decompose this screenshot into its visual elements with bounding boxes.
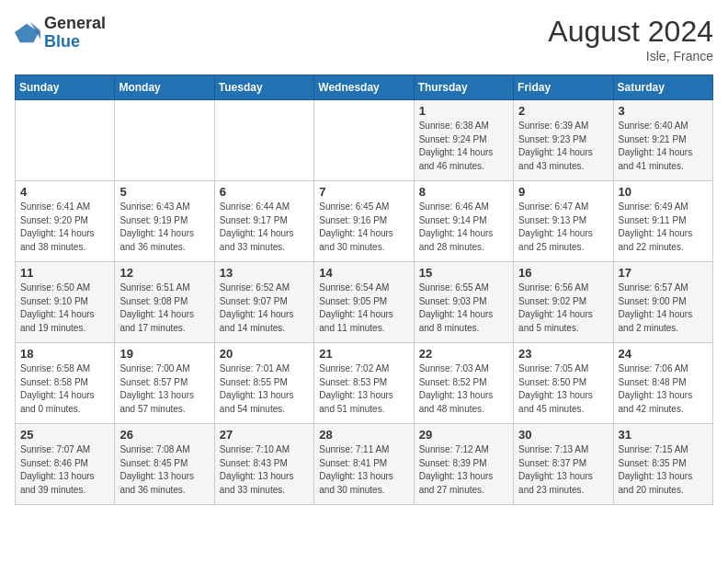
day-info: Sunrise: 6:58 AMSunset: 8:58 PMDaylight:… [20, 362, 109, 416]
day-info: Sunrise: 7:05 AMSunset: 8:50 PMDaylight:… [518, 362, 608, 416]
calendar-cell [214, 100, 313, 181]
day-info: Sunrise: 6:47 AMSunset: 9:13 PMDaylight:… [518, 201, 608, 254]
day-number: 6 [220, 185, 309, 199]
calendar-cell: 15Sunrise: 6:55 AMSunset: 9:03 PMDayligh… [414, 262, 513, 343]
day-info: Sunrise: 7:15 AMSunset: 8:35 PMDaylight:… [619, 443, 708, 497]
calendar-cell: 10Sunrise: 6:49 AMSunset: 9:11 PMDayligh… [613, 181, 712, 262]
day-info: Sunrise: 7:06 AMSunset: 8:48 PMDaylight:… [619, 362, 708, 416]
generalblue-logo-icon [15, 20, 40, 46]
calendar-cell: 9Sunrise: 6:47 AMSunset: 9:13 PMDaylight… [514, 181, 613, 262]
calendar-cell: 29Sunrise: 7:12 AMSunset: 8:39 PMDayligh… [414, 424, 513, 505]
calendar-table: SundayMondayTuesdayWednesdayThursdayFrid… [15, 75, 713, 505]
calendar-cell: 14Sunrise: 6:54 AMSunset: 9:05 PMDayligh… [314, 262, 414, 343]
calendar-cell: 31Sunrise: 7:15 AMSunset: 8:35 PMDayligh… [613, 424, 712, 505]
header-tuesday: Tuesday [214, 75, 313, 100]
day-number: 2 [518, 104, 608, 118]
header-monday: Monday [115, 75, 214, 100]
day-number: 5 [119, 185, 209, 199]
calendar-cell: 4Sunrise: 6:41 AMSunset: 9:20 PMDaylight… [16, 181, 115, 262]
calendar-cell: 2Sunrise: 6:39 AMSunset: 9:23 PMDaylight… [514, 100, 613, 181]
calendar-cell: 22Sunrise: 7:03 AMSunset: 8:52 PMDayligh… [414, 343, 513, 424]
day-number: 21 [319, 347, 408, 361]
day-number: 9 [518, 185, 608, 199]
day-info: Sunrise: 6:57 AMSunset: 9:00 PMDaylight:… [619, 282, 708, 335]
day-number: 3 [619, 104, 708, 118]
calendar-cell: 6Sunrise: 6:44 AMSunset: 9:17 PMDaylight… [214, 181, 313, 262]
day-number: 13 [220, 266, 309, 280]
calendar-cell: 1Sunrise: 6:38 AMSunset: 9:24 PMDaylight… [414, 100, 513, 181]
day-info: Sunrise: 7:10 AMSunset: 8:43 PMDaylight:… [220, 443, 309, 497]
calendar-week-row: 25Sunrise: 7:07 AMSunset: 8:46 PMDayligh… [16, 424, 713, 505]
day-info: Sunrise: 6:54 AMSunset: 9:05 PMDaylight:… [319, 282, 408, 335]
day-number: 20 [220, 347, 309, 361]
calendar-cell: 11Sunrise: 6:50 AMSunset: 9:10 PMDayligh… [16, 262, 115, 343]
calendar-cell: 23Sunrise: 7:05 AMSunset: 8:50 PMDayligh… [514, 343, 613, 424]
logo: General Blue [15, 15, 106, 52]
page-header: General Blue August 2024 Isle, France [15, 15, 713, 63]
day-number: 11 [20, 266, 109, 280]
calendar-cell: 30Sunrise: 7:13 AMSunset: 8:37 PMDayligh… [514, 424, 613, 505]
day-info: Sunrise: 6:40 AMSunset: 9:21 PMDaylight:… [619, 120, 708, 173]
day-info: Sunrise: 6:49 AMSunset: 9:11 PMDaylight:… [619, 201, 708, 254]
calendar-cell: 13Sunrise: 6:52 AMSunset: 9:07 PMDayligh… [214, 262, 313, 343]
calendar-cell: 8Sunrise: 6:46 AMSunset: 9:14 PMDaylight… [414, 181, 513, 262]
calendar-cell: 18Sunrise: 6:58 AMSunset: 8:58 PMDayligh… [16, 343, 115, 424]
header-sunday: Sunday [16, 75, 115, 100]
day-number: 14 [319, 266, 408, 280]
day-number: 4 [20, 185, 109, 199]
calendar-cell: 19Sunrise: 7:00 AMSunset: 8:57 PMDayligh… [115, 343, 214, 424]
day-number: 24 [619, 347, 708, 361]
calendar-cell: 12Sunrise: 6:51 AMSunset: 9:08 PMDayligh… [115, 262, 214, 343]
day-info: Sunrise: 6:38 AMSunset: 9:24 PMDaylight:… [419, 120, 508, 173]
calendar-cell: 21Sunrise: 7:02 AMSunset: 8:53 PMDayligh… [314, 343, 414, 424]
day-info: Sunrise: 7:07 AMSunset: 8:46 PMDaylight:… [20, 443, 109, 497]
title-block: August 2024 Isle, France [548, 15, 713, 63]
day-number: 23 [518, 347, 608, 361]
day-number: 31 [619, 428, 708, 442]
day-info: Sunrise: 6:55 AMSunset: 9:03 PMDaylight:… [419, 282, 508, 335]
calendar-cell [16, 100, 115, 181]
day-info: Sunrise: 6:39 AMSunset: 9:23 PMDaylight:… [518, 120, 608, 173]
calendar-cell [314, 100, 414, 181]
day-info: Sunrise: 6:43 AMSunset: 9:19 PMDaylight:… [119, 201, 209, 254]
calendar-cell: 17Sunrise: 6:57 AMSunset: 9:00 PMDayligh… [613, 262, 712, 343]
day-info: Sunrise: 7:03 AMSunset: 8:52 PMDaylight:… [419, 362, 508, 416]
calendar-cell: 5Sunrise: 6:43 AMSunset: 9:19 PMDaylight… [115, 181, 214, 262]
month-year-title: August 2024 [548, 15, 713, 49]
day-number: 7 [319, 185, 408, 199]
day-number: 17 [619, 266, 708, 280]
header-saturday: Saturday [613, 75, 712, 100]
calendar-cell: 25Sunrise: 7:07 AMSunset: 8:46 PMDayligh… [16, 424, 115, 505]
day-info: Sunrise: 6:51 AMSunset: 9:08 PMDaylight:… [119, 282, 209, 335]
header-friday: Friday [514, 75, 613, 100]
day-number: 15 [419, 266, 508, 280]
day-number: 25 [20, 428, 109, 442]
calendar-cell: 20Sunrise: 7:01 AMSunset: 8:55 PMDayligh… [214, 343, 313, 424]
calendar-week-row: 4Sunrise: 6:41 AMSunset: 9:20 PMDaylight… [16, 181, 713, 262]
day-number: 30 [518, 428, 608, 442]
day-number: 1 [419, 104, 508, 118]
day-info: Sunrise: 6:56 AMSunset: 9:02 PMDaylight:… [518, 282, 608, 335]
calendar-cell: 3Sunrise: 6:40 AMSunset: 9:21 PMDaylight… [613, 100, 712, 181]
header-thursday: Thursday [414, 75, 513, 100]
day-info: Sunrise: 7:08 AMSunset: 8:45 PMDaylight:… [119, 443, 209, 497]
day-number: 26 [119, 428, 209, 442]
day-number: 16 [518, 266, 608, 280]
day-info: Sunrise: 7:01 AMSunset: 8:55 PMDaylight:… [220, 362, 309, 416]
calendar-cell: 16Sunrise: 6:56 AMSunset: 9:02 PMDayligh… [514, 262, 613, 343]
day-number: 8 [419, 185, 508, 199]
day-number: 28 [319, 428, 408, 442]
day-number: 10 [619, 185, 708, 199]
calendar-cell: 24Sunrise: 7:06 AMSunset: 8:48 PMDayligh… [613, 343, 712, 424]
day-info: Sunrise: 6:46 AMSunset: 9:14 PMDaylight:… [419, 201, 508, 254]
calendar-week-row: 11Sunrise: 6:50 AMSunset: 9:10 PMDayligh… [16, 262, 713, 343]
calendar-cell: 28Sunrise: 7:11 AMSunset: 8:41 PMDayligh… [314, 424, 414, 505]
calendar-cell [115, 100, 214, 181]
calendar-cell: 27Sunrise: 7:10 AMSunset: 8:43 PMDayligh… [214, 424, 313, 505]
day-number: 12 [119, 266, 209, 280]
day-info: Sunrise: 6:50 AMSunset: 9:10 PMDaylight:… [20, 282, 109, 335]
header-wednesday: Wednesday [314, 75, 414, 100]
calendar-header-row: SundayMondayTuesdayWednesdayThursdayFrid… [16, 75, 713, 100]
day-info: Sunrise: 6:44 AMSunset: 9:17 PMDaylight:… [220, 201, 309, 254]
calendar-cell: 26Sunrise: 7:08 AMSunset: 8:45 PMDayligh… [115, 424, 214, 505]
